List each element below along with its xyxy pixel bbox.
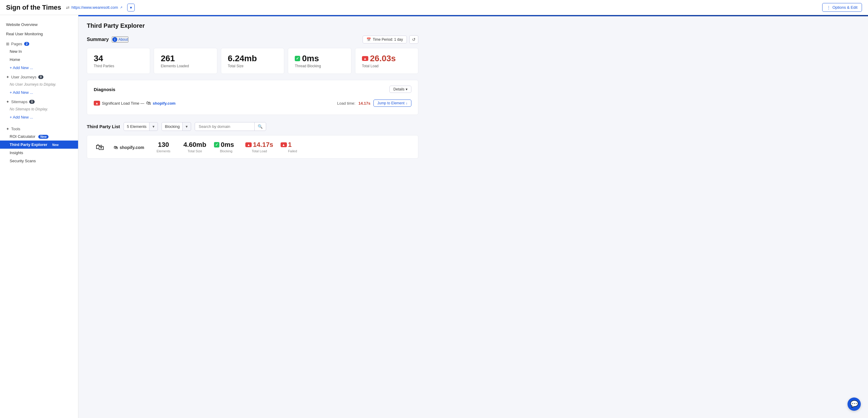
stat-total-size: 6.24mb Total Size — [221, 48, 284, 74]
diagnosis-right: Load time: 14.17s Jump to Element ↓ — [337, 99, 411, 107]
sidebar-no-sitemaps: No Sitemaps to Display. — [0, 105, 78, 113]
third-party-explorer-badge: New — [50, 143, 61, 147]
shopify-load-triangle-icon: ▲ — [245, 142, 252, 147]
shopify-failed-stat: ▲ 1 Failed — [281, 141, 305, 153]
shopify-domain: 🛍 shopify.com — [114, 145, 144, 150]
sitemaps-badge: 0 — [29, 100, 35, 104]
stat-value-elements-loaded: 261 — [161, 54, 210, 63]
stat-label-thread-blocking: Thread Blocking — [295, 64, 344, 68]
page-title: Third Party Explorer — [87, 22, 418, 29]
options-edit-btn[interactable]: ⋮ Options & Edit — [822, 3, 862, 12]
app-title: Sign of the Times — [6, 4, 61, 11]
sidebar-section-tools: ✦ Tools — [0, 124, 78, 132]
url-dropdown-btn[interactable]: ▾ — [127, 4, 135, 11]
stat-label-total-load: Total Load — [362, 64, 411, 68]
shopify-blocking-stat: ✓ 0ms Blocking — [214, 141, 238, 153]
shopify-elements-label: Elements — [151, 149, 176, 153]
search-btn[interactable]: 🔍 — [254, 122, 266, 131]
summary-header: Summary i About 📅 Time Period: 1 day ↺ — [87, 35, 418, 44]
sidebar-item-security-scans[interactable]: Security Scans — [0, 157, 78, 165]
tools-icon: ✦ — [6, 127, 9, 131]
diagnosis-title: Diagnosis — [94, 87, 116, 92]
shopify-logo-icon: 🛍 — [146, 100, 151, 106]
time-period-btn[interactable]: 📅 Time Period: 1 day — [363, 36, 407, 43]
diagnosis-card: Diagnosis Details ▾ ▲ Significant Load T… — [87, 80, 418, 115]
diagnosis-row: ▲ Significant Load Time — 🛍 shopify.com … — [94, 97, 411, 109]
shopify-failed-label: Failed — [281, 149, 305, 153]
shopify-total-load-value: ▲ 14.17s — [245, 141, 273, 149]
stat-elements-loaded: 261 Elements Loaded — [154, 48, 217, 74]
third-party-list-header: Third Party List 5 Elements ▾ Blocking ▾… — [87, 122, 418, 131]
shopify-size-value: 4.60mb — [183, 141, 207, 149]
third-party-list-title: Third Party List — [87, 124, 120, 129]
elements-filter-group: 5 Elements ▾ — [124, 122, 158, 131]
shopify-elements-stat: 130 Elements — [151, 141, 176, 153]
search-input[interactable] — [195, 122, 255, 131]
diagnosis-header: Diagnosis Details ▾ — [94, 86, 411, 93]
chat-icon: 💬 — [850, 400, 858, 408]
top-blue-bar — [79, 15, 868, 16]
chevron-down-icon: ▾ — [406, 87, 407, 91]
shopify-small-icon: 🛍 — [114, 145, 118, 150]
third-party-item-shopify: 🛍 🛍 shopify.com 130 Elements 4.60mb Tota… — [87, 135, 418, 159]
url-icon: ⇄ — [66, 5, 70, 10]
shopify-elements-value: 130 — [151, 141, 176, 149]
user-journeys-icon: ✦ — [6, 75, 9, 79]
stat-value-total-load: ▲ 26.03s — [362, 54, 411, 63]
shopify-total-load-stat: ▲ 14.17s Total Load — [245, 141, 273, 153]
stats-row: 34 Third Parties 261 Elements Loaded 6.2… — [87, 48, 418, 74]
external-link-icon[interactable]: ↗ — [120, 6, 122, 9]
sidebar-no-user-journeys: No User Journeys to Display. — [0, 81, 78, 88]
stat-label-total-size: Total Size — [228, 64, 277, 68]
elements-filter-dropdown-btn[interactable]: ▾ — [149, 122, 158, 131]
sitemaps-icon: ✦ — [6, 99, 9, 104]
arrow-down-icon: ↓ — [406, 101, 407, 105]
chat-bubble-btn[interactable]: 💬 — [847, 397, 861, 411]
stat-third-parties: 34 Third Parties — [87, 48, 150, 74]
shopify-domain-container: 🛍 shopify.com — [114, 144, 144, 150]
shopify-blocking-label: Blocking — [214, 149, 238, 153]
about-btn[interactable]: i About — [112, 36, 128, 42]
shopify-blocking-check-icon: ✓ — [214, 142, 219, 147]
blocking-filter-dropdown-btn[interactable]: ▾ — [182, 122, 191, 131]
summary-title: Summary — [87, 37, 109, 42]
refresh-btn[interactable]: ↺ — [409, 35, 418, 44]
jump-to-element-btn[interactable]: Jump to Element ↓ — [373, 99, 411, 107]
pages-grid-icon: ⊞ — [6, 41, 9, 46]
stat-thread-blocking: ✓ 0ms Thread Blocking — [288, 48, 351, 74]
search-group: 🔍 — [195, 122, 266, 131]
blocking-filter-group: Blocking ▾ — [161, 122, 191, 131]
options-icon: ⋮ — [827, 5, 831, 10]
sidebar-section-sitemaps: ✦ Sitemaps 0 — [0, 96, 78, 105]
sidebar-section-user-journeys: ✦ User Journeys 0 — [0, 72, 78, 81]
shopify-failed-triangle-icon: ▲ — [281, 142, 287, 147]
details-btn[interactable]: Details ▾ — [390, 86, 411, 93]
sidebar-item-new-in[interactable]: New In — [0, 47, 78, 56]
elements-filter-select[interactable]: 5 Elements — [124, 122, 150, 131]
blocking-filter-select[interactable]: Blocking — [161, 122, 183, 131]
roi-calculator-badge: New — [38, 135, 49, 139]
stat-total-load: ▲ 26.03s Total Load — [355, 48, 418, 74]
shopify-failed-value: ▲ 1 — [281, 141, 305, 149]
url-text[interactable]: https://www.wearesott.com — [71, 5, 118, 10]
sidebar-item-roi-calculator[interactable]: ROI Calculator New — [0, 132, 78, 141]
stat-label-elements-loaded: Elements Loaded — [161, 64, 210, 68]
stat-label-third-parties: Third Parties — [94, 64, 143, 68]
sidebar-add-page[interactable]: + Add New ... — [0, 64, 78, 72]
sidebar-add-user-journey[interactable]: + Add New ... — [0, 88, 78, 96]
shopify-logo: 🛍 — [93, 140, 106, 153]
shopify-blocking-value: ✓ 0ms — [214, 141, 238, 149]
diagnosis-text: ▲ Significant Load Time — 🛍 shopify.com — [94, 100, 176, 106]
sidebar-item-third-party-explorer[interactable]: Third Party Explorer New — [0, 141, 78, 149]
sidebar-item-real-user-monitoring[interactable]: Real User Monitoring — [0, 29, 78, 39]
sidebar-item-home[interactable]: Home — [0, 56, 78, 64]
sidebar-add-sitemap[interactable]: + Add New ... — [0, 113, 78, 121]
shopify-total-load-label: Total Load — [245, 149, 273, 153]
sidebar-item-website-overview[interactable]: Website Overview — [0, 20, 78, 29]
load-time-value: 14.17s — [358, 101, 370, 106]
user-journeys-badge: 0 — [38, 75, 44, 79]
diagnosis-domain: shopify.com — [153, 101, 176, 106]
warning-icon: ▲ — [94, 101, 100, 106]
sidebar-item-insights[interactable]: Insights — [0, 149, 78, 157]
green-check-icon: ✓ — [295, 56, 300, 61]
